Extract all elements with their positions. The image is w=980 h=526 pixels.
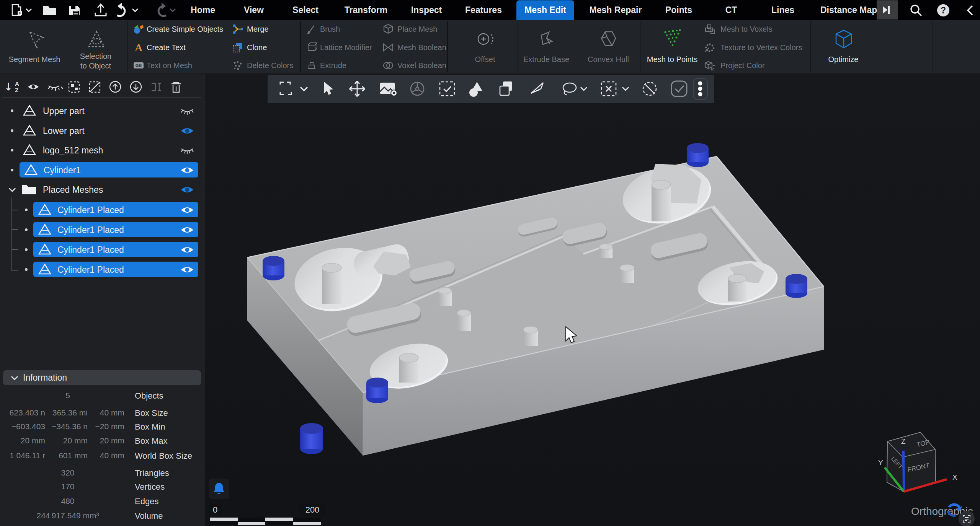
svg-text:?: ?: [941, 5, 946, 15]
svg-text:A: A: [15, 80, 19, 87]
svg-text:Y: Y: [878, 459, 883, 467]
svg-text:X: X: [952, 473, 957, 481]
svg-text:Z: Z: [15, 87, 18, 93]
svg-text:GB: GB: [136, 63, 142, 68]
svg-text:Z: Z: [901, 437, 906, 445]
svg-text:A: A: [135, 42, 143, 52]
